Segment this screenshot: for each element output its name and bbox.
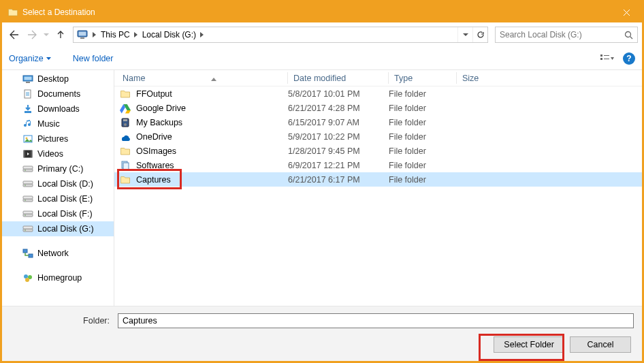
file-row[interactable]: FFOutput5/8/2017 10:01 PMFile folder [114, 86, 642, 101]
file-row[interactable]: OneDrive5/9/2017 10:22 PMFile folder [114, 129, 642, 144]
svg-rect-9 [25, 77, 32, 80]
select-folder-button[interactable]: Select Folder [494, 336, 564, 353]
dialog-window: Select a Destination This PC Local Disk … [0, 0, 644, 363]
tree-label: Local Disk (E:) [37, 194, 93, 204]
tree-disk-d[interactable]: Local Disk (D:) [2, 176, 114, 191]
recent-dropdown[interactable] [42, 27, 51, 43]
tree-videos[interactable]: Videos [2, 146, 114, 161]
documents-icon [22, 89, 33, 99]
tree-homegroup[interactable]: Homegroup [2, 270, 114, 285]
tree-label: Local Disk (F:) [37, 209, 93, 219]
file-type: File folder [389, 104, 470, 113]
tree-disk-g[interactable]: Local Disk (G:) [2, 221, 114, 236]
downloads-icon [22, 104, 33, 114]
file-type: File folder [389, 146, 470, 156]
tree-label: Desktop [37, 74, 69, 84]
column-date[interactable]: Date modified [288, 70, 389, 86]
network-icon [22, 248, 33, 259]
column-size[interactable]: Size [457, 70, 511, 86]
tree-disk-c[interactable]: Primary (C:) [2, 161, 114, 176]
tree-desktop[interactable]: Desktop [2, 72, 114, 86]
tree-pictures[interactable]: Pictures [2, 131, 114, 146]
file-row[interactable]: Captures6/21/2017 6:17 PMFile folder [114, 172, 642, 187]
help-button[interactable]: ? [623, 52, 635, 65]
close-button[interactable] [611, 2, 642, 22]
address-bar[interactable]: This PC Local Disk (G:) [73, 27, 488, 43]
onedrive-icon [120, 131, 131, 142]
search-input[interactable] [496, 30, 619, 40]
tree-downloads[interactable]: Downloads [2, 101, 114, 116]
disk-g-icon [22, 223, 33, 234]
refresh-button[interactable] [472, 27, 487, 42]
file-name: Google Drive [136, 104, 288, 113]
file-date: 1/28/2017 9:45 PM [288, 146, 389, 156]
svg-point-29 [25, 215, 26, 216]
file-type: File folder [389, 161, 470, 170]
file-type: File folder [389, 175, 470, 185]
svg-rect-42 [123, 163, 129, 170]
svg-rect-25 [23, 196, 33, 199]
search-icon[interactable] [619, 31, 637, 40]
file-row[interactable]: OSImages1/28/2017 9:45 PMFile folder [114, 144, 642, 158]
dialog-body: DesktopDocumentsDownloadsMusicPicturesVi… [2, 70, 642, 306]
list-header: Name Date modified Type Size [114, 70, 642, 86]
tree-label: Homegroup [37, 273, 82, 283]
svg-rect-39 [123, 119, 127, 121]
pictures-icon [22, 133, 33, 144]
svg-rect-22 [23, 181, 33, 184]
column-type[interactable]: Type [389, 70, 457, 86]
search-box[interactable] [495, 27, 638, 43]
svg-rect-17 [31, 151, 32, 157]
file-row[interactable]: Google Drive6/21/2017 4:28 PMFile folder [114, 101, 642, 115]
view-options-button[interactable] [598, 51, 616, 66]
tree-documents[interactable]: Documents [2, 86, 114, 101]
svg-rect-21 [23, 184, 33, 187]
chevron-right-icon[interactable] [91, 32, 98, 37]
tree-disk-f[interactable]: Local Disk (F:) [2, 206, 114, 221]
file-row[interactable]: Softwares6/9/2017 12:21 PMFile folder [114, 158, 642, 172]
tree-music[interactable]: Music [2, 116, 114, 131]
cancel-button[interactable]: Cancel [570, 336, 631, 353]
address-history-dropdown[interactable] [457, 27, 472, 42]
svg-point-37 [25, 278, 29, 282]
chevron-right-icon[interactable] [199, 32, 206, 37]
svg-rect-5 [604, 55, 609, 56]
svg-rect-24 [23, 199, 33, 202]
column-name[interactable]: Name [114, 70, 288, 86]
toolbar: Organize New folder ? [2, 47, 642, 70]
disk-e-icon [22, 193, 33, 204]
computer-icon [76, 29, 88, 41]
tree-disk-e[interactable]: Local Disk (E:) [2, 191, 114, 206]
organize-menu[interactable]: Organize [9, 54, 51, 63]
breadcrumb-this-pc[interactable]: This PC [98, 27, 133, 42]
folder-icon [120, 146, 131, 157]
file-name: Softwares [136, 161, 288, 170]
folder-icon [7, 7, 18, 18]
svg-rect-2 [80, 37, 84, 39]
svg-rect-18 [23, 169, 33, 172]
backup-icon [120, 117, 131, 128]
up-button[interactable] [52, 27, 69, 43]
breadcrumb-drive[interactable]: Local Disk (G:) [140, 27, 199, 42]
window-title: Select a Destination [22, 7, 95, 17]
svg-rect-7 [604, 59, 609, 59]
folder-name-input[interactable] [118, 313, 634, 328]
desktop-icon [22, 74, 33, 84]
svg-rect-19 [23, 166, 33, 169]
file-type: File folder [389, 89, 470, 99]
dialog-footer: Folder: Select Folder Cancel [2, 306, 642, 361]
folder-icon [120, 89, 131, 99]
folder-label: Folder: [10, 316, 112, 326]
chevron-right-icon[interactable] [133, 32, 140, 37]
file-type: File folder [389, 132, 470, 142]
list-rows[interactable]: FFOutput5/8/2017 10:01 PMFile folderGoog… [114, 86, 642, 306]
svg-point-40 [124, 123, 127, 126]
svg-rect-28 [23, 211, 33, 214]
back-button[interactable] [6, 27, 22, 43]
file-row[interactable]: My Backups6/15/2017 9:07 AMFile folder [114, 115, 642, 129]
file-name: OSImages [136, 146, 288, 156]
nav-tree[interactable]: DesktopDocumentsDownloadsMusicPicturesVi… [2, 70, 114, 306]
new-folder-button[interactable]: New folder [73, 54, 114, 63]
forward-button[interactable] [24, 27, 40, 43]
tree-network[interactable]: Network [2, 246, 114, 261]
